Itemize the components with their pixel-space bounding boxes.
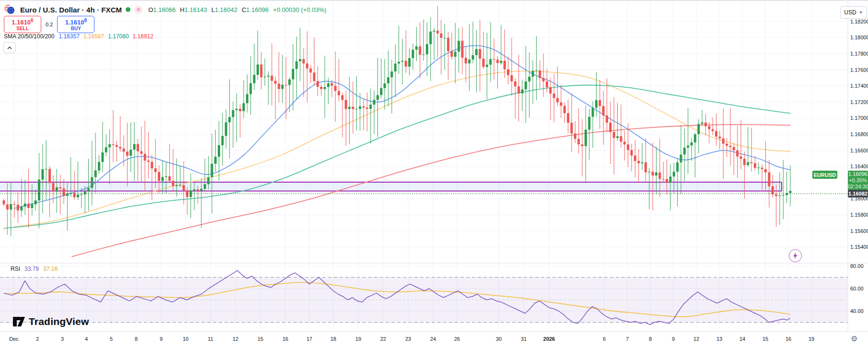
currency-pair-flag-icon <box>4 4 16 15</box>
time-tick-label: 8 <box>135 336 138 342</box>
sma-legend-values: 1.163571.165871.170601.16912 <box>59 33 157 40</box>
time-tick-label: 6 <box>603 336 606 342</box>
time-tick-label: 15 <box>258 336 263 342</box>
price-tick-label: 1.17600 <box>850 67 868 73</box>
time-tick-label: 12 <box>693 336 699 342</box>
sma-value: 1.16912 <box>133 33 153 40</box>
price-tick-label: 1.18000 <box>850 35 868 40</box>
low-value: 1.16042 <box>215 6 237 13</box>
watermark-text: TradingView <box>29 316 89 327</box>
delayed-data-icon[interactable]: ≈ <box>134 6 142 14</box>
change-percent-value: +0.35% <box>848 177 868 184</box>
time-tick-label: 2 <box>36 336 39 342</box>
sma-value: 1.16357 <box>59 33 79 40</box>
high-value: 1.16143 <box>185 6 207 13</box>
rsi-tick-label: 40.00 <box>850 308 864 314</box>
time-tick-label: 11 <box>208 336 213 342</box>
time-tick-label: 17 <box>306 336 312 342</box>
time-tick-label: 16 <box>786 336 791 342</box>
time-tick-label: 31 <box>521 336 527 342</box>
symbol-header: Euro / U.S. Dollar · 4h · FXCM ≈ O1.1606… <box>4 4 327 15</box>
time-tick-label: 22 <box>380 336 386 342</box>
time-tick-label: 7 <box>626 336 629 342</box>
time-tick-label: 8 <box>649 336 652 342</box>
price-tick-label: 1.17000 <box>850 115 868 121</box>
tradingview-watermark[interactable]: TradingView <box>12 316 89 327</box>
sma-value: 1.16587 <box>83 33 104 40</box>
time-tick-label: 23 <box>405 336 411 342</box>
time-tick-label: 14 <box>739 336 745 342</box>
trade-panel: 1.16106 SELL 0.2 1.16108 BUY <box>4 16 94 33</box>
symbol-badge: EURUSD <box>812 171 837 179</box>
rsi-tick-label: 80.00 <box>850 263 864 269</box>
time-tick-label: 24 <box>430 336 436 342</box>
price-tick-label: 1.16400 <box>850 163 868 169</box>
rsi-legend[interactable]: RSI 33.79 37.16 <box>11 266 58 272</box>
tradingview-chart-app: Euro / U.S. Dollar · 4h · FXCM ≈ O1.1606… <box>0 0 868 348</box>
time-tick-label: 13 <box>716 336 722 342</box>
symbol-title[interactable]: Euro / U.S. Dollar · 4h · FXCM <box>20 6 122 14</box>
time-tick-label: 15 <box>762 336 768 342</box>
time-tick-label: 18 <box>330 336 336 342</box>
price-tick-label: 1.15800 <box>850 212 868 218</box>
buy-button[interactable]: 1.16108 BUY <box>57 16 94 33</box>
rsi-tick-label: 60.00 <box>850 286 864 291</box>
price-tick-label: 1.16600 <box>850 148 868 153</box>
time-tick-label: Dec <box>9 336 19 342</box>
time-tick-label: 4 <box>85 336 88 342</box>
market-open-dot-icon[interactable] <box>126 7 130 12</box>
rsi-legend-label: RSI <box>11 266 20 272</box>
bid-price-badge: 1.16082 <box>848 190 868 197</box>
price-axis[interactable]: 1.182001.180001.178001.176001.174001.172… <box>848 1 868 332</box>
time-tick-label: 2026 <box>543 336 555 342</box>
chevron-up-icon <box>7 46 12 49</box>
time-tick-label: 19 <box>355 336 361 342</box>
time-tick-label: 9 <box>672 336 675 342</box>
time-tick-label: 16 <box>282 336 288 342</box>
tradingview-logo-icon <box>12 316 25 327</box>
price-tick-label: 1.15600 <box>850 228 868 234</box>
time-tick-label: 30 <box>496 336 502 342</box>
price-tick-label: 1.17800 <box>850 51 868 57</box>
time-tick-label: 12 <box>233 336 238 342</box>
sell-button[interactable]: 1.16106 SELL <box>4 16 41 33</box>
rsi-value: 33.79 <box>24 266 39 272</box>
close-value: 1.16096 <box>246 6 269 13</box>
chart-canvas[interactable] <box>0 1 868 348</box>
time-axis[interactable]: Dec2345891011121516171819222324263031202… <box>0 332 868 348</box>
price-tick-label: 1.18200 <box>850 19 868 24</box>
lightning-bolt-icon <box>793 252 798 259</box>
sma-value: 1.17060 <box>108 33 129 40</box>
time-tick-label: 5 <box>110 336 113 342</box>
instant-trading-button[interactable] <box>789 249 802 262</box>
last-price-badge: 1.16096 +0.35% 02:24:30 <box>848 171 868 190</box>
time-tick-label: 19 <box>809 336 814 342</box>
price-tick-label: 1.17400 <box>850 83 868 89</box>
open-value: 1.16066 <box>153 6 176 13</box>
price-tick-label: 1.17200 <box>850 99 868 105</box>
axis-settings-gear-icon[interactable]: ⚙ <box>851 334 857 343</box>
sma-legend[interactable]: SMA 20/50/100/200 1.163571.165871.170601… <box>4 33 157 40</box>
time-tick-label: 10 <box>183 336 188 342</box>
bar-countdown: 02:24:30 <box>848 184 868 190</box>
time-tick-label: 3 <box>61 336 64 342</box>
price-tick-label: 1.15400 <box>850 244 868 250</box>
sma-legend-label: SMA 20/50/100/200 <box>4 33 54 40</box>
time-tick-label: 26 <box>454 336 460 342</box>
last-price-value: 1.16096 <box>848 171 868 177</box>
rsi-ma-value: 37.16 <box>43 266 58 272</box>
time-tick-label: 9 <box>160 336 163 342</box>
collapse-pane-button[interactable] <box>3 42 16 53</box>
change-value: +0.00030 (+0.03%) <box>273 6 326 13</box>
spread-value: 0.2 <box>46 22 53 27</box>
price-tick-label: 1.16800 <box>850 131 868 137</box>
ohlc-readout: O1.16066 H1.16143 L1.16042 C1.16096 +0.0… <box>148 6 326 13</box>
